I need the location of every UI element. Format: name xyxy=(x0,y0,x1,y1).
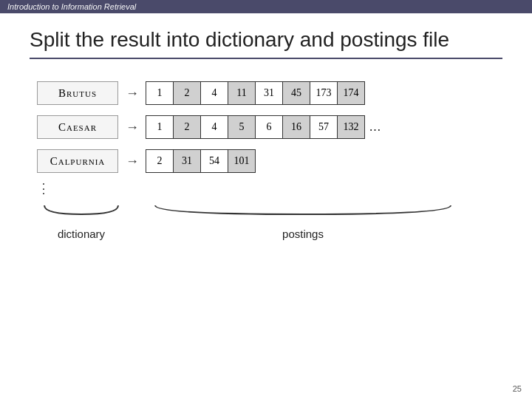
table-row: Brutus → 1 2 4 11 31 45 173 174 xyxy=(37,81,502,105)
postings-brace-group: postings xyxy=(148,204,458,240)
arrow-icon: → xyxy=(126,86,139,101)
braces-section: dictionary postings xyxy=(37,204,502,240)
page-number: 25 xyxy=(513,384,522,393)
cell: 2 xyxy=(173,81,201,105)
cell: 132 xyxy=(337,115,365,139)
cell: 31 xyxy=(255,81,283,105)
cell: 54 xyxy=(200,149,228,173)
slide-title: Split the result into dictionary and pos… xyxy=(30,28,502,59)
posting-cells-calpurnia: 2 31 54 101 xyxy=(146,149,256,173)
cell: 6 xyxy=(255,115,283,139)
table-row: Calpurnia → 2 31 54 101 xyxy=(37,149,502,173)
arrow-icon: → xyxy=(126,154,139,169)
dictionary-brace-svg xyxy=(37,204,126,225)
term-brutus: Brutus xyxy=(37,81,118,105)
header-bar: Introduction to Information Retrieval xyxy=(0,0,532,13)
header-title: Introduction to Information Retrieval xyxy=(7,2,136,11)
cell: 57 xyxy=(310,115,338,139)
cell: 174 xyxy=(337,81,365,105)
posting-cells-caesar: 1 2 4 5 6 16 57 132 … xyxy=(146,115,386,139)
cell: 45 xyxy=(282,81,310,105)
cell: 101 xyxy=(228,149,256,173)
slide-content: Split the result into dictionary and pos… xyxy=(0,13,532,255)
cell: 4 xyxy=(200,81,228,105)
cell: 173 xyxy=(310,81,338,105)
cell: 4 xyxy=(200,115,228,139)
cell: 2 xyxy=(146,149,174,173)
arrow-icon: → xyxy=(126,120,139,135)
cell: 1 xyxy=(146,115,174,139)
vertical-dots: ⋮ xyxy=(37,180,502,197)
dictionary-label: dictionary xyxy=(58,228,105,240)
cell: 31 xyxy=(173,149,201,173)
term-calpurnia: Calpurnia xyxy=(37,149,118,173)
postings-label: postings xyxy=(282,228,324,240)
table-row: Caesar → 1 2 4 5 6 16 57 132 … xyxy=(37,115,502,139)
cell: 16 xyxy=(282,115,310,139)
postings-table: Brutus → 1 2 4 11 31 45 173 174 Caesar →… xyxy=(37,81,502,173)
ellipsis-cell: … xyxy=(364,115,386,139)
dictionary-brace-group: dictionary xyxy=(37,204,126,240)
term-caesar: Caesar xyxy=(37,115,118,139)
cell: 1 xyxy=(146,81,174,105)
cell: 5 xyxy=(228,115,256,139)
postings-brace-svg xyxy=(148,204,458,225)
cell: 2 xyxy=(173,115,201,139)
cell: 11 xyxy=(228,81,256,105)
posting-cells-brutus: 1 2 4 11 31 45 173 174 xyxy=(146,81,365,105)
